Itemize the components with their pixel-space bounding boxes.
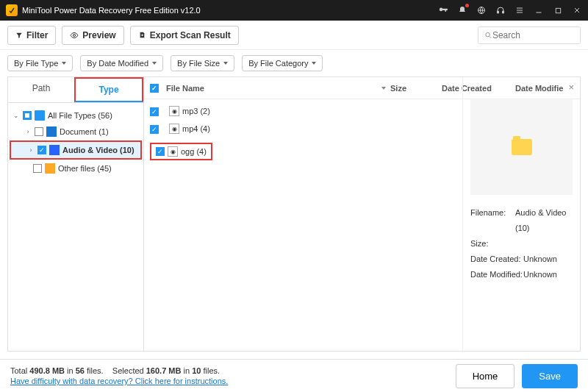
window-title: MiniTool Power Data Recovery Free Editio… bbox=[22, 6, 438, 15]
checkbox[interactable] bbox=[23, 111, 32, 120]
chevron-down-icon bbox=[312, 62, 316, 65]
bell-icon[interactable] bbox=[457, 5, 467, 15]
meta-dc-label: Date Created: bbox=[470, 252, 523, 267]
by-file-category-dropdown[interactable]: By File Category bbox=[242, 55, 323, 71]
file-type-icon: ◉ bbox=[169, 106, 179, 116]
meta-filename-label: Filename: bbox=[470, 205, 515, 236]
preview-panel: Filename:Audio & Video (10) Size: Date C… bbox=[462, 77, 580, 351]
checkbox[interactable] bbox=[33, 164, 42, 173]
preview-metadata: Filename:Audio & Video (10) Size: Date C… bbox=[470, 205, 573, 282]
maximize-icon[interactable] bbox=[553, 5, 563, 15]
search-input[interactable] bbox=[492, 30, 574, 40]
col-filename[interactable]: File Name bbox=[166, 84, 390, 93]
svg-point-4 bbox=[74, 34, 76, 36]
footer: Total 490.8 MB in 56 files. Selected 160… bbox=[0, 359, 588, 392]
meta-size-label: Size: bbox=[470, 236, 523, 252]
folder-icon bbox=[512, 139, 532, 155]
tree-label: Document (1) bbox=[60, 127, 109, 136]
preview-thumbnail bbox=[470, 99, 573, 195]
search-icon bbox=[484, 31, 492, 40]
tree-all-file-types[interactable]: ⌄ All File Types (56) bbox=[8, 107, 143, 124]
collapse-icon[interactable]: ⌄ bbox=[12, 112, 20, 119]
checkbox[interactable]: ✓ bbox=[150, 107, 159, 116]
expand-icon[interactable]: › bbox=[24, 128, 32, 135]
file-type-icon: ◉ bbox=[168, 146, 178, 157]
tree-label: All File Types (56) bbox=[48, 111, 112, 120]
close-icon[interactable] bbox=[572, 5, 582, 15]
col-size[interactable]: Size bbox=[390, 84, 442, 93]
chevron-down-icon bbox=[62, 62, 66, 65]
checkbox[interactable]: ✓ bbox=[150, 125, 159, 134]
app-logo bbox=[6, 4, 18, 16]
file-name: ogg (4) bbox=[181, 147, 207, 156]
meta-dm-value: Unknown bbox=[523, 267, 557, 282]
save-button[interactable]: Save bbox=[522, 364, 578, 388]
globe-icon[interactable] bbox=[476, 5, 487, 15]
tab-type[interactable]: Type bbox=[74, 77, 143, 102]
filter-icon bbox=[15, 32, 23, 39]
chevron-down-icon bbox=[223, 62, 228, 65]
nav-tabs: Path Type bbox=[8, 77, 143, 103]
select-all-checkbox[interactable]: ✓ bbox=[150, 84, 159, 93]
filter-row: By File Type By Date Modified By File Si… bbox=[0, 50, 588, 76]
menu-icon[interactable] bbox=[514, 5, 525, 15]
status-text: Total 490.8 MB in 56 files. Selected 160… bbox=[10, 366, 228, 375]
headphones-icon[interactable] bbox=[495, 5, 506, 15]
file-name: mp4 (4) bbox=[182, 124, 210, 133]
key-icon[interactable] bbox=[438, 5, 448, 15]
svg-rect-2 bbox=[503, 11, 504, 13]
monitor-icon bbox=[35, 110, 45, 121]
checkbox[interactable] bbox=[35, 127, 43, 136]
filter-label: Filter bbox=[26, 30, 48, 40]
filter-button[interactable]: Filter bbox=[7, 26, 56, 45]
export-icon bbox=[138, 31, 146, 39]
other-files-icon bbox=[45, 163, 55, 174]
by-date-modified-dropdown[interactable]: By Date Modified bbox=[80, 55, 163, 71]
left-panel: Path Type ⌄ All File Types (56) › Docume… bbox=[7, 76, 144, 352]
checkbox[interactable]: ✓ bbox=[156, 147, 165, 156]
meta-filename-value: Audio & Video (10) bbox=[515, 205, 573, 236]
by-file-size-dropdown[interactable]: By File Size bbox=[171, 55, 234, 71]
meta-dm-label: Date Modified: bbox=[470, 267, 523, 282]
by-file-type-dropdown[interactable]: By File Type bbox=[7, 55, 73, 71]
expand-icon[interactable]: › bbox=[27, 146, 35, 154]
help-link[interactable]: Have difficulty with data recovery? Clic… bbox=[10, 377, 228, 385]
checkbox[interactable]: ✓ bbox=[37, 146, 46, 154]
titlebar: MiniTool Power Data Recovery Free Editio… bbox=[0, 0, 588, 21]
svg-rect-1 bbox=[498, 11, 499, 13]
eye-icon bbox=[70, 31, 79, 40]
tree-other-files[interactable]: Other files (45) bbox=[8, 160, 143, 177]
tree-document[interactable]: › Document (1) bbox=[8, 124, 143, 140]
preview-label: Preview bbox=[82, 30, 115, 40]
audio-video-icon bbox=[49, 145, 60, 155]
file-type-icon: ◉ bbox=[169, 124, 179, 134]
tree-audio-video[interactable]: › ✓ Audio & Video (10) bbox=[10, 140, 142, 160]
file-tree: ⌄ All File Types (56) › Document (1) › ✓… bbox=[8, 103, 143, 351]
svg-rect-3 bbox=[556, 8, 560, 13]
home-button[interactable]: Home bbox=[456, 364, 515, 388]
minimize-icon[interactable] bbox=[534, 5, 544, 15]
sort-icon bbox=[381, 87, 386, 90]
meta-dc-value: Unknown bbox=[523, 252, 557, 267]
export-button[interactable]: Export Scan Result bbox=[130, 26, 239, 45]
export-label: Export Scan Result bbox=[150, 30, 231, 40]
tab-path[interactable]: Path bbox=[8, 77, 74, 102]
document-icon bbox=[46, 126, 57, 137]
svg-point-5 bbox=[486, 32, 490, 36]
toolbar: Filter Preview Export Scan Result bbox=[0, 21, 588, 50]
tree-label: Audio & Video (10) bbox=[62, 146, 135, 154]
preview-button[interactable]: Preview bbox=[62, 26, 123, 45]
search-box[interactable] bbox=[478, 26, 581, 44]
chevron-down-icon bbox=[152, 62, 157, 65]
file-name: mp3 (2) bbox=[182, 107, 210, 115]
file-list-panel: × ✓ File Name Size Date Created Date Mod… bbox=[144, 76, 581, 352]
main-area: Path Type ⌄ All File Types (56) › Docume… bbox=[0, 76, 588, 359]
tree-label: Other files (45) bbox=[58, 164, 112, 173]
